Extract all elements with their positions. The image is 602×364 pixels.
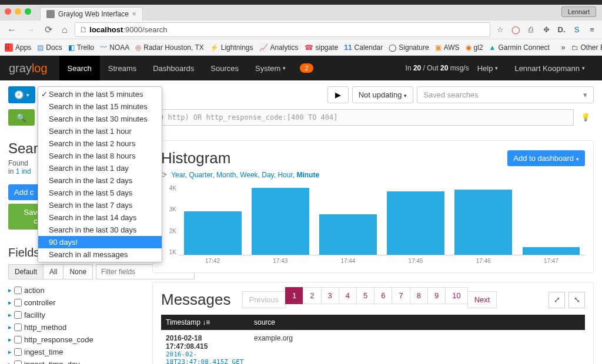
close-icon[interactable]: × [132, 10, 136, 18]
search-submit-button[interactable]: 🔍 [8, 109, 35, 126]
expand-icon[interactable]: ▸ [8, 336, 12, 343]
granularity-year[interactable]: Year [171, 171, 185, 179]
timerange-option[interactable]: Search in all messages [38, 248, 162, 261]
col-source[interactable]: source [249, 315, 585, 331]
timerange-option[interactable]: Search in the last 7 days [38, 199, 162, 211]
timerange-option[interactable]: Search in the last 8 hours [38, 150, 162, 162]
expand-icon[interactable]: ▸ [8, 348, 12, 356]
play-button[interactable]: ▶ [327, 86, 349, 103]
field-checkbox[interactable] [14, 360, 22, 364]
field-checkbox[interactable] [14, 323, 22, 331]
bookmark[interactable]: ▣AWS [435, 43, 460, 52]
add-to-dashboard-button[interactable]: Add to dashboard [507, 150, 585, 166]
bookmark[interactable]: 📈Analytics [259, 43, 299, 52]
granularity-quarter[interactable]: Quarter [189, 171, 212, 179]
bar[interactable] [179, 185, 246, 255]
timerange-option[interactable]: 90 days! [38, 236, 162, 248]
bookmark[interactable]: ◯Signature [389, 43, 429, 52]
pager-page[interactable]: 6 [374, 287, 392, 304]
bookmark[interactable]: 〰NOAA [100, 43, 129, 52]
collapse-icon[interactable]: ⤡ [568, 292, 585, 308]
notification-badge[interactable]: 2 [300, 63, 313, 73]
timerange-option[interactable]: Search in the last 15 minutes [38, 100, 162, 113]
pager-page[interactable]: 2 [303, 287, 321, 304]
add-count-button[interactable]: Add c [8, 184, 39, 200]
move-icon[interactable]: ✥ [541, 25, 551, 35]
granularity-month[interactable]: Month [216, 171, 236, 179]
nav-user[interactable]: Lennart Koopmann▾ [506, 56, 593, 80]
forward-button[interactable]: → [24, 25, 38, 35]
histogram-chart[interactable]: 4K3K2K1K [161, 185, 585, 255]
expand-icon[interactable]: ▸ [8, 360, 12, 364]
reload-button[interactable]: ⟳ [42, 24, 55, 35]
update-interval-select[interactable]: Not updating [352, 86, 414, 103]
bookmark[interactable]: ▲Garmin Connect [489, 43, 550, 52]
expand-icon[interactable]: ▸ [8, 287, 12, 294]
pager-page[interactable]: 7 [392, 287, 410, 304]
pager-page[interactable]: 4 [339, 287, 357, 304]
back-button[interactable]: ← [5, 25, 19, 35]
timerange-option[interactable]: Search in the last 5 minutes [38, 88, 162, 100]
granularity-day[interactable]: Day [262, 171, 273, 179]
bookmark[interactable]: ⠿Apps [5, 43, 31, 52]
pager-page[interactable]: 8 [410, 287, 428, 304]
granularity-hour[interactable]: Hour [277, 171, 292, 179]
nav-sources[interactable]: Sources [202, 56, 247, 80]
bar[interactable] [246, 185, 314, 255]
window-max-button[interactable] [25, 8, 31, 15]
field-checkbox[interactable] [14, 348, 22, 356]
table-row[interactable]: 2016-02-18 17:47:08.4152016-02-18T23:47:… [161, 331, 585, 365]
timerange-type-button[interactable]: 🕘▾ [8, 86, 35, 103]
profile-button[interactable]: Lennart [561, 6, 596, 17]
star-icon[interactable]: ☆ [495, 25, 506, 35]
bar[interactable] [450, 185, 517, 255]
expand-icon[interactable]: ▸ [8, 311, 12, 319]
nav-streams[interactable]: Streams [100, 56, 145, 80]
saved-searches-select[interactable]: Saved searches ▾ [417, 86, 594, 103]
field-checkbox[interactable] [14, 299, 22, 306]
nav-system[interactable]: System▾ [247, 56, 294, 80]
url-input[interactable]: 🗋 localhost:9000/search [75, 22, 490, 37]
expand-icon[interactable]: ▸ [8, 299, 12, 306]
granularity-minute[interactable]: Minute [296, 171, 319, 179]
pager-page[interactable]: 1 [285, 287, 303, 304]
bookmark[interactable]: ◉gl2 [466, 43, 483, 52]
home-button[interactable]: ⌂ [59, 25, 70, 35]
cast-icon[interactable]: ⎙ [526, 25, 536, 35]
bookmark[interactable]: ☎sipgate [305, 43, 339, 52]
bar[interactable] [517, 185, 585, 255]
col-timestamp[interactable]: Timestamp ↓≡ [161, 315, 249, 331]
bulb-icon[interactable]: 💡 [577, 109, 594, 126]
timerange-option[interactable]: Search in the last 30 minutes [38, 113, 162, 125]
overflow-icon[interactable]: » [561, 43, 566, 52]
granularity-week[interactable]: Week [240, 171, 257, 179]
menu-icon[interactable]: ≡ [587, 25, 597, 35]
field-tab-all[interactable]: All [43, 264, 63, 279]
timerange-option[interactable]: Search in the last 5 days [38, 187, 162, 199]
window-min-button[interactable] [15, 8, 21, 15]
timerange-option[interactable]: Search in the last 2 hours [38, 137, 162, 150]
pager-page[interactable]: 5 [356, 287, 374, 304]
ext1-icon[interactable]: D. [556, 25, 567, 35]
bookmark[interactable]: ◧Trello [68, 43, 95, 52]
bookmark[interactable]: ◎Radar Houston, TX [135, 43, 204, 52]
timerange-option[interactable]: Search in the last 1 day [38, 162, 162, 174]
pager-page[interactable]: 10 [445, 287, 467, 304]
pager-next[interactable]: Next [467, 291, 497, 308]
field-checkbox[interactable] [14, 311, 22, 319]
bar[interactable] [314, 185, 382, 255]
field-tab-default[interactable]: Default [8, 264, 44, 279]
window-close-button[interactable] [5, 8, 11, 15]
nav-help[interactable]: Help▾ [469, 56, 507, 80]
bookmark[interactable]: 🗀Other Bookmarks [571, 43, 602, 52]
expand-icon[interactable]: ▸ [8, 323, 12, 331]
timerange-option[interactable]: Search in the last 30 days [38, 224, 162, 236]
timerange-option[interactable]: Search in the last 2 days [38, 174, 162, 187]
pager-page[interactable]: 3 [321, 287, 339, 304]
browser-tab[interactable]: Graylog Web Interface × [40, 7, 143, 21]
nav-dashboards[interactable]: Dashboards [145, 56, 202, 80]
opera-icon[interactable]: ◯ [510, 25, 521, 35]
pager-prev[interactable]: Previous [242, 291, 286, 308]
field-checkbox[interactable] [14, 336, 22, 343]
pager-page[interactable]: 9 [427, 287, 446, 304]
